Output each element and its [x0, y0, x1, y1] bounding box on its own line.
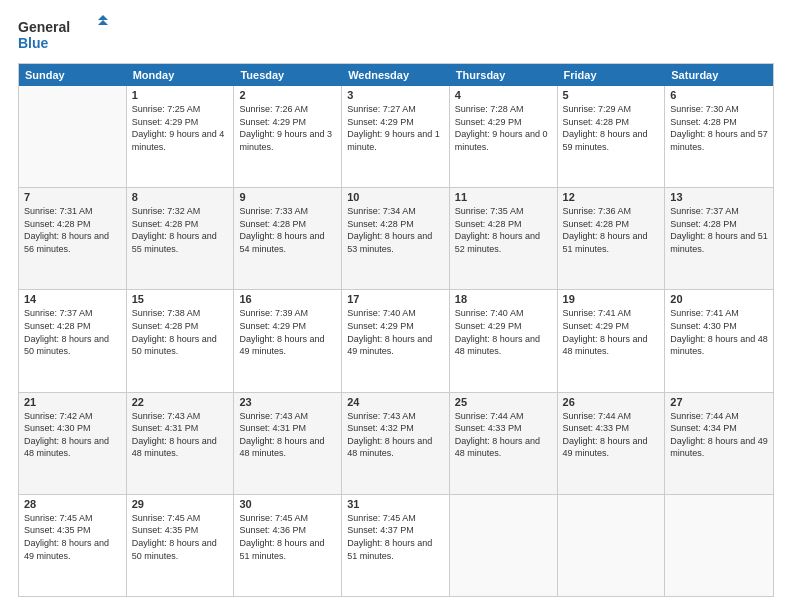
calendar-cell: 27Sunrise: 7:44 AM Sunset: 4:34 PM Dayli… — [665, 393, 773, 494]
cell-date-number: 19 — [563, 293, 660, 305]
cell-date-number: 8 — [132, 191, 229, 203]
cell-info: Sunrise: 7:32 AM Sunset: 4:28 PM Dayligh… — [132, 205, 229, 255]
cell-date-number: 30 — [239, 498, 336, 510]
page: General Blue SundayMondayTuesdayWednesda… — [0, 0, 792, 612]
cell-date-number: 11 — [455, 191, 552, 203]
calendar-week-1: 1Sunrise: 7:25 AM Sunset: 4:29 PM Daylig… — [19, 86, 773, 188]
cell-info: Sunrise: 7:33 AM Sunset: 4:28 PM Dayligh… — [239, 205, 336, 255]
cell-info: Sunrise: 7:40 AM Sunset: 4:29 PM Dayligh… — [347, 307, 444, 357]
cell-info: Sunrise: 7:27 AM Sunset: 4:29 PM Dayligh… — [347, 103, 444, 153]
cell-info: Sunrise: 7:37 AM Sunset: 4:28 PM Dayligh… — [24, 307, 121, 357]
cell-date-number: 27 — [670, 396, 768, 408]
cell-date-number: 17 — [347, 293, 444, 305]
cell-info: Sunrise: 7:36 AM Sunset: 4:28 PM Dayligh… — [563, 205, 660, 255]
cell-info: Sunrise: 7:35 AM Sunset: 4:28 PM Dayligh… — [455, 205, 552, 255]
svg-marker-2 — [98, 15, 108, 20]
cell-date-number: 25 — [455, 396, 552, 408]
cell-info: Sunrise: 7:44 AM Sunset: 4:33 PM Dayligh… — [455, 410, 552, 460]
calendar-cell: 14Sunrise: 7:37 AM Sunset: 4:28 PM Dayli… — [19, 290, 127, 391]
cell-info: Sunrise: 7:28 AM Sunset: 4:29 PM Dayligh… — [455, 103, 552, 153]
calendar-cell: 25Sunrise: 7:44 AM Sunset: 4:33 PM Dayli… — [450, 393, 558, 494]
calendar-cell: 31Sunrise: 7:45 AM Sunset: 4:37 PM Dayli… — [342, 495, 450, 596]
logo-svg: General Blue — [18, 15, 108, 53]
cell-date-number: 2 — [239, 89, 336, 101]
cell-info: Sunrise: 7:43 AM Sunset: 4:32 PM Dayligh… — [347, 410, 444, 460]
day-header-wednesday: Wednesday — [342, 64, 450, 86]
calendar-cell: 24Sunrise: 7:43 AM Sunset: 4:32 PM Dayli… — [342, 393, 450, 494]
cell-info: Sunrise: 7:37 AM Sunset: 4:28 PM Dayligh… — [670, 205, 768, 255]
cell-date-number: 29 — [132, 498, 229, 510]
cell-date-number: 15 — [132, 293, 229, 305]
calendar-cell: 11Sunrise: 7:35 AM Sunset: 4:28 PM Dayli… — [450, 188, 558, 289]
cell-date-number: 24 — [347, 396, 444, 408]
cell-info: Sunrise: 7:34 AM Sunset: 4:28 PM Dayligh… — [347, 205, 444, 255]
calendar-cell: 1Sunrise: 7:25 AM Sunset: 4:29 PM Daylig… — [127, 86, 235, 187]
calendar-cell: 29Sunrise: 7:45 AM Sunset: 4:35 PM Dayli… — [127, 495, 235, 596]
cell-date-number: 13 — [670, 191, 768, 203]
svg-text:General: General — [18, 19, 70, 35]
calendar-cell: 18Sunrise: 7:40 AM Sunset: 4:29 PM Dayli… — [450, 290, 558, 391]
cell-info: Sunrise: 7:25 AM Sunset: 4:29 PM Dayligh… — [132, 103, 229, 153]
calendar-cell: 4Sunrise: 7:28 AM Sunset: 4:29 PM Daylig… — [450, 86, 558, 187]
cell-info: Sunrise: 7:41 AM Sunset: 4:30 PM Dayligh… — [670, 307, 768, 357]
logo: General Blue — [18, 15, 108, 53]
calendar-week-5: 28Sunrise: 7:45 AM Sunset: 4:35 PM Dayli… — [19, 495, 773, 596]
calendar-cell — [19, 86, 127, 187]
cell-date-number: 14 — [24, 293, 121, 305]
cell-info: Sunrise: 7:40 AM Sunset: 4:29 PM Dayligh… — [455, 307, 552, 357]
cell-date-number: 18 — [455, 293, 552, 305]
cell-date-number: 23 — [239, 396, 336, 408]
day-header-friday: Friday — [558, 64, 666, 86]
calendar-cell: 22Sunrise: 7:43 AM Sunset: 4:31 PM Dayli… — [127, 393, 235, 494]
cell-info: Sunrise: 7:45 AM Sunset: 4:36 PM Dayligh… — [239, 512, 336, 562]
day-header-tuesday: Tuesday — [234, 64, 342, 86]
svg-text:Blue: Blue — [18, 35, 49, 51]
day-header-sunday: Sunday — [19, 64, 127, 86]
cell-date-number: 22 — [132, 396, 229, 408]
calendar-week-4: 21Sunrise: 7:42 AM Sunset: 4:30 PM Dayli… — [19, 393, 773, 495]
cell-date-number: 6 — [670, 89, 768, 101]
cell-info: Sunrise: 7:31 AM Sunset: 4:28 PM Dayligh… — [24, 205, 121, 255]
cell-info: Sunrise: 7:43 AM Sunset: 4:31 PM Dayligh… — [132, 410, 229, 460]
calendar-cell: 13Sunrise: 7:37 AM Sunset: 4:28 PM Dayli… — [665, 188, 773, 289]
calendar-body: 1Sunrise: 7:25 AM Sunset: 4:29 PM Daylig… — [19, 86, 773, 596]
calendar-cell: 28Sunrise: 7:45 AM Sunset: 4:35 PM Dayli… — [19, 495, 127, 596]
cell-info: Sunrise: 7:45 AM Sunset: 4:35 PM Dayligh… — [24, 512, 121, 562]
calendar-cell: 7Sunrise: 7:31 AM Sunset: 4:28 PM Daylig… — [19, 188, 127, 289]
calendar-cell: 30Sunrise: 7:45 AM Sunset: 4:36 PM Dayli… — [234, 495, 342, 596]
day-header-monday: Monday — [127, 64, 235, 86]
calendar-cell: 17Sunrise: 7:40 AM Sunset: 4:29 PM Dayli… — [342, 290, 450, 391]
header: General Blue — [18, 15, 774, 53]
calendar-cell: 15Sunrise: 7:38 AM Sunset: 4:28 PM Dayli… — [127, 290, 235, 391]
cell-info: Sunrise: 7:41 AM Sunset: 4:29 PM Dayligh… — [563, 307, 660, 357]
calendar-cell: 2Sunrise: 7:26 AM Sunset: 4:29 PM Daylig… — [234, 86, 342, 187]
cell-date-number: 26 — [563, 396, 660, 408]
calendar-cell: 19Sunrise: 7:41 AM Sunset: 4:29 PM Dayli… — [558, 290, 666, 391]
cell-info: Sunrise: 7:30 AM Sunset: 4:28 PM Dayligh… — [670, 103, 768, 153]
cell-date-number: 12 — [563, 191, 660, 203]
cell-date-number: 5 — [563, 89, 660, 101]
day-header-thursday: Thursday — [450, 64, 558, 86]
cell-date-number: 4 — [455, 89, 552, 101]
calendar-week-3: 14Sunrise: 7:37 AM Sunset: 4:28 PM Dayli… — [19, 290, 773, 392]
cell-info: Sunrise: 7:39 AM Sunset: 4:29 PM Dayligh… — [239, 307, 336, 357]
svg-marker-3 — [98, 20, 108, 25]
calendar-cell: 3Sunrise: 7:27 AM Sunset: 4:29 PM Daylig… — [342, 86, 450, 187]
calendar-cell: 9Sunrise: 7:33 AM Sunset: 4:28 PM Daylig… — [234, 188, 342, 289]
calendar: SundayMondayTuesdayWednesdayThursdayFrid… — [18, 63, 774, 597]
cell-info: Sunrise: 7:44 AM Sunset: 4:33 PM Dayligh… — [563, 410, 660, 460]
calendar-week-2: 7Sunrise: 7:31 AM Sunset: 4:28 PM Daylig… — [19, 188, 773, 290]
calendar-cell — [558, 495, 666, 596]
calendar-cell — [665, 495, 773, 596]
cell-date-number: 9 — [239, 191, 336, 203]
calendar-cell: 8Sunrise: 7:32 AM Sunset: 4:28 PM Daylig… — [127, 188, 235, 289]
cell-date-number: 10 — [347, 191, 444, 203]
calendar-header: SundayMondayTuesdayWednesdayThursdayFrid… — [19, 64, 773, 86]
calendar-cell: 12Sunrise: 7:36 AM Sunset: 4:28 PM Dayli… — [558, 188, 666, 289]
calendar-cell — [450, 495, 558, 596]
cell-date-number: 28 — [24, 498, 121, 510]
cell-info: Sunrise: 7:26 AM Sunset: 4:29 PM Dayligh… — [239, 103, 336, 153]
calendar-cell: 6Sunrise: 7:30 AM Sunset: 4:28 PM Daylig… — [665, 86, 773, 187]
cell-date-number: 20 — [670, 293, 768, 305]
calendar-cell: 23Sunrise: 7:43 AM Sunset: 4:31 PM Dayli… — [234, 393, 342, 494]
